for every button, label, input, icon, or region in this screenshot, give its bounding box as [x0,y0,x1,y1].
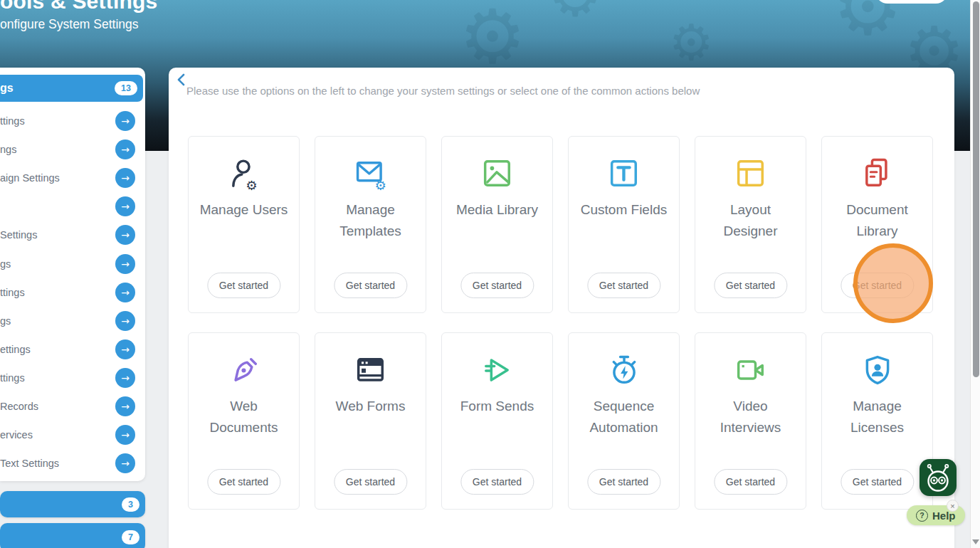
arrow-right-icon[interactable]: → [115,368,135,388]
chat-bot-launcher[interactable] [920,459,957,496]
arrow-right-icon[interactable]: → [115,225,135,245]
sidebar-item[interactable]: gs → [0,307,145,335]
page-title: ools & Settings [0,0,157,12]
card-label: Web Documents [189,396,299,438]
card-web-documents: Web Documents Get started [188,332,300,510]
page-header: ools & Settings onfigure System Settings [0,0,157,33]
sidebar-item[interactable]: ttings → [0,278,145,307]
get-started-button[interactable]: Get started [460,469,534,495]
settings-sidebar: gs 13 ttings → ngs → aign Settings → → S… [0,68,145,481]
scrollbar-thumb[interactable] [973,1,979,377]
get-started-button[interactable]: Get started [334,273,407,298]
scrollbar-track [970,0,980,548]
gear-icon: ⚙ [669,18,714,68]
page-subtitle: onfigure System Settings [0,15,157,33]
sidebar-item[interactable]: ngs → [0,135,145,164]
text-square-icon [569,154,679,194]
get-started-button[interactable]: Get started [207,469,280,495]
card-label: Form Sends [442,396,552,417]
screen: ⚙ ⚙ ⚙ ⚙ ⚙ ⚙ ⚙ ools & Settings onfigure S… [0,0,980,548]
svg-text:⚙: ⚙ [246,178,258,192]
arrow-right-icon[interactable]: → [115,453,135,473]
instruction-text: Please use the options on the left to ch… [186,85,700,97]
arrow-right-icon[interactable]: → [115,111,135,131]
image-icon [442,154,552,194]
card-label: Layout Designer [695,199,806,242]
stopwatch-icon [569,350,679,390]
scrollbar-down-arrow-icon[interactable] [972,539,979,544]
sidebar-item[interactable]: Records → [0,392,145,421]
sidebar-item[interactable]: → [0,192,145,221]
video-camera-icon [695,350,806,390]
get-started-button[interactable]: Get started [714,273,787,298]
sidebar-item[interactable]: aign Settings → [0,164,145,192]
get-started-button[interactable]: Get started [841,469,914,495]
shield-user-icon [822,350,932,390]
sidebar-item[interactable]: ettings → [0,335,145,364]
svg-text:⚙: ⚙ [374,178,386,192]
chevron-left-icon [175,73,186,87]
arrow-right-icon[interactable]: → [115,283,135,302]
highlight-circle-annotation [853,243,933,323]
settings-main-panel: Please use the options on the left to ch… [169,68,954,548]
count-badge: 7 [122,530,139,544]
layout-icon [695,154,806,194]
card-label: Sequence Automation [569,396,679,438]
sidebar-item-label: gs [0,315,11,327]
arrow-right-icon[interactable]: → [115,339,135,359]
card-form-sends: Form Sends Get started [441,332,553,510]
sidebar-item-label: Records [0,401,38,412]
card-manage-licenses: Manage Licenses Get started [821,332,933,510]
sidebar-item-label: ttings [0,372,25,384]
sidebar-item-label: ervices [0,429,33,441]
sidebar-item[interactable]: ervices → [0,421,145,449]
sidebar-item-label: aign Settings [0,172,60,184]
sidebar-section-header[interactable]: gs 13 [0,75,143,102]
back-button[interactable] [175,73,186,87]
card-manage-users: ⚙ Manage Users Get started [188,136,300,313]
sidebar-item-label: Text Settings [0,458,59,469]
sidebar-item[interactable]: Settings → [0,221,145,249]
sidebar-section-header[interactable]: 7 [0,523,145,548]
card-label: Web Forms [315,396,426,417]
get-started-button[interactable]: Get started [207,273,280,298]
sidebar-item-label: ttings [0,287,25,298]
sidebar-item-label: ngs [0,144,16,155]
sidebar-item-list: ttings → ngs → aign Settings → → Setting… [0,107,145,478]
user-gear-icon: ⚙ [189,154,299,194]
get-started-button[interactable]: Get started [460,273,534,298]
get-started-button[interactable]: Get started [714,469,787,495]
arrow-right-icon[interactable]: → [115,396,135,416]
arrow-right-icon[interactable]: → [115,311,135,331]
pen-nib-icon [189,350,299,390]
card-label: Manage Licenses [822,396,932,438]
header-action-button[interactable] [875,0,948,4]
card-custom-fields: Custom Fields Get started [568,136,680,313]
sidebar-section-header[interactable]: 3 [0,491,145,517]
sidebar-item[interactable]: ttings → [0,107,145,135]
gear-icon: ⚙ [833,0,903,46]
card-label: Media Library [442,199,552,221]
help-close-button[interactable]: × [947,500,959,512]
arrow-right-icon[interactable]: → [115,196,135,216]
gear-icon: ⚙ [459,0,526,75]
get-started-button[interactable]: Get started [334,469,407,495]
sidebar-item[interactable]: ttings → [0,364,145,392]
get-started-button[interactable]: Get started [587,273,660,298]
get-started-button[interactable]: Get started [587,469,660,495]
sidebar-item[interactable]: gs → [0,249,145,278]
sidebar-item[interactable]: Text Settings → [0,449,145,478]
browser-icon [315,350,426,390]
common-actions-grid: ⚙ Manage Users Get started ⚙ Manage Temp… [188,136,933,510]
count-badge: 3 [122,497,139,512]
sidebar-item-label: Settings [0,229,37,241]
arrow-right-icon[interactable]: → [115,254,135,274]
robot-icon [920,459,957,496]
arrow-right-icon[interactable]: → [115,168,135,188]
card-label: Video Interviews [695,396,806,438]
card-label: Manage Users [189,199,299,221]
gear-icon: ⚙ [548,0,602,25]
arrow-right-icon[interactable]: → [115,425,135,445]
envelope-gear-icon: ⚙ [315,154,426,194]
arrow-right-icon[interactable]: → [115,139,135,159]
